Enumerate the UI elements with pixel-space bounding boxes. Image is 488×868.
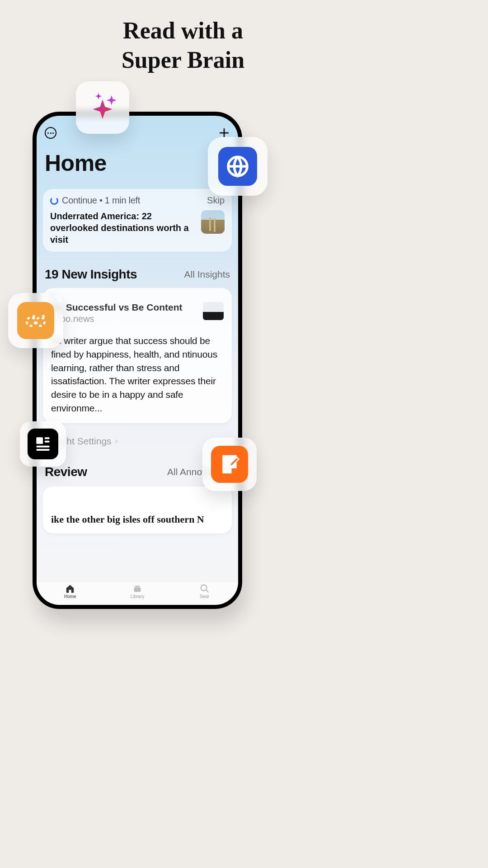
skip-button[interactable]: Skip: [207, 195, 225, 206]
note-icon: [217, 452, 242, 476]
insight-title: Be Successful vs Be Content: [51, 302, 197, 313]
review-snippet: ike the other big isles off southern N: [51, 514, 224, 525]
note-badge: [202, 438, 257, 491]
all-insights-link[interactable]: All Insights: [184, 269, 230, 280]
svg-rect-13: [36, 446, 49, 448]
globe-badge: [208, 137, 267, 196]
headline-line-2: Super Brain: [0, 45, 366, 75]
continue-card[interactable]: Continue • 1 min left Skip Underrated Am…: [43, 189, 232, 252]
continue-article-title: Underrated America: 22 overlooked destin…: [50, 210, 196, 245]
svg-rect-2: [134, 587, 141, 592]
svg-rect-11: [45, 437, 50, 439]
review-section-title: Review: [45, 465, 87, 479]
insight-body: he writer argue that success should be f…: [51, 334, 224, 415]
top-bar: [43, 124, 232, 142]
insight-thumbnail: [203, 302, 224, 320]
svg-rect-14: [36, 449, 49, 451]
library-icon: [132, 584, 142, 594]
sparkle-badge: [76, 81, 129, 134]
home-icon: [65, 584, 75, 594]
insight-card[interactable]: Be Successful vs Be Content cubo.news he…: [43, 288, 232, 423]
tab-search-label: Sear: [200, 594, 209, 599]
svg-line-5: [206, 590, 208, 593]
review-card[interactable]: ike the other big isles off southern N: [43, 486, 232, 533]
more-button[interactable]: [44, 126, 57, 140]
quote-icon: [23, 308, 48, 333]
search-icon: [200, 584, 210, 594]
tab-library[interactable]: Library: [119, 584, 155, 599]
insights-section-title: 19 New Insights: [45, 267, 137, 282]
tab-home[interactable]: Home: [52, 584, 88, 599]
svg-rect-10: [36, 437, 43, 444]
svg-point-8: [27, 317, 35, 326]
insights-header: 19 New Insights All Insights: [43, 267, 232, 282]
tab-library-label: Library: [131, 594, 145, 599]
tab-home-label: Home: [64, 594, 76, 599]
continue-thumbnail: [201, 210, 225, 234]
sparkle-icon: [82, 87, 123, 128]
tab-bar: Home Library Sear: [37, 581, 238, 605]
globe-icon: [225, 154, 250, 179]
svg-rect-3: [135, 586, 140, 587]
page-title: Home: [45, 150, 232, 176]
quote-badge: [8, 293, 63, 348]
insight-source: cubo.news: [51, 314, 197, 324]
news-badge: [20, 421, 66, 467]
progress-spinner-icon: [50, 197, 58, 205]
svg-rect-12: [45, 441, 50, 443]
marketing-headline: Read with a Super Brain: [0, 16, 366, 75]
svg-point-4: [201, 585, 206, 591]
continue-label: Continue • 1 min left: [62, 195, 140, 206]
news-icon: [33, 434, 53, 454]
svg-point-9: [36, 317, 45, 326]
headline-line-1: Read with a: [0, 16, 366, 45]
chevron-right-icon: ›: [115, 436, 118, 446]
more-icon: [45, 127, 56, 139]
tab-search[interactable]: Sear: [187, 584, 223, 599]
